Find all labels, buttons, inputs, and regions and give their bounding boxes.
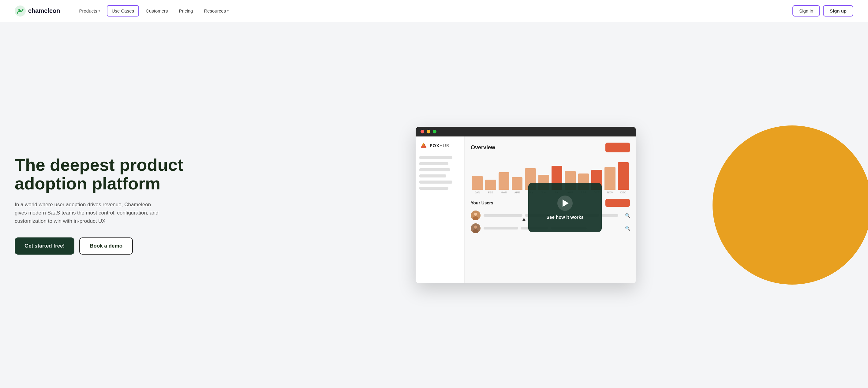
- resources-chevron-icon: ▾: [227, 9, 229, 12]
- nav-actions: Sign in Sign up: [793, 5, 853, 17]
- svg-point-2: [18, 9, 20, 10]
- sidebar-nav-line-2: [419, 162, 448, 165]
- foxhub-logo: FOXHUB: [419, 141, 461, 150]
- browser-minimize-dot: [427, 130, 430, 133]
- svg-point-4: [474, 213, 477, 216]
- video-overlay[interactable]: See how it works: [528, 183, 602, 232]
- user-line-1a: [484, 214, 523, 217]
- hero-buttons: Get started free! Book a demo: [15, 237, 198, 255]
- browser-content: FOXHUB Overview: [416, 136, 636, 283]
- sidebar-nav-line-6: [419, 187, 448, 190]
- user-avatar-1: [471, 211, 480, 220]
- user-line-2a: [484, 227, 518, 229]
- chart-label-apr: APR: [514, 191, 520, 194]
- nav-products[interactable]: Products ▾: [75, 6, 104, 16]
- hero-title: The deepest product adoption platform: [15, 156, 198, 193]
- gold-circle-decoration: [713, 125, 868, 285]
- chart-bar-feb: [485, 180, 496, 190]
- mock-main-area: Overview JANFEBMARAPRMAYJUNJULAUGSEPOCTN…: [465, 136, 636, 283]
- browser-mockup: FOXHUB Overview: [416, 127, 636, 283]
- nav-links: Products ▾ Use Cases Customers Pricing R…: [75, 5, 793, 17]
- chart-bar-apr: [512, 177, 523, 190]
- nav-resources[interactable]: Resources ▾: [199, 6, 233, 16]
- sidebar-nav-line-3: [419, 168, 450, 171]
- chart-label-mar: MAR: [501, 191, 507, 194]
- chart-column-apr: APR: [512, 177, 523, 194]
- user-search-icon-1: 🔍: [625, 213, 630, 218]
- play-button[interactable]: [557, 196, 572, 211]
- chart-bar-mar: [499, 172, 509, 190]
- nav-pricing[interactable]: Pricing: [175, 6, 197, 16]
- hero-section: The deepest product adoption platform In…: [0, 22, 868, 388]
- sidebar-nav-line-1: [419, 156, 452, 159]
- chart-label-nov: NOV: [607, 191, 613, 194]
- hero-right: FOXHUB Overview: [198, 127, 853, 283]
- mock-sidebar: FOXHUB: [416, 136, 465, 283]
- mock-action-button: [606, 142, 630, 152]
- video-label: See how it works: [546, 215, 584, 220]
- chart-bar-dec: [618, 162, 629, 190]
- get-started-button[interactable]: Get started free!: [15, 237, 74, 255]
- chameleon-logo-icon: [15, 5, 26, 17]
- chart-column-dec: DEC: [618, 162, 629, 194]
- hero-left: The deepest product adoption platform In…: [15, 156, 198, 255]
- browser-bar: [416, 127, 636, 136]
- users-title: Your Users: [471, 200, 493, 205]
- signin-button[interactable]: Sign in: [793, 5, 820, 17]
- avatar-1-icon: [471, 211, 480, 220]
- chart-column-jan: JAN: [472, 176, 483, 194]
- user-search-icon-2: 🔍: [625, 226, 630, 231]
- products-chevron-icon: ▾: [98, 9, 100, 12]
- chart-label-feb: FEB: [488, 191, 493, 194]
- svg-point-1: [19, 10, 21, 12]
- nav-use-cases[interactable]: Use Cases: [107, 5, 139, 17]
- chart-bar-jan: [472, 176, 483, 190]
- nav-customers[interactable]: Customers: [142, 6, 172, 16]
- chart-label-dec: DEC: [620, 191, 626, 194]
- user-line-1d: [602, 214, 618, 217]
- chart-label-jan: JAN: [475, 191, 480, 194]
- chart-column-feb: FEB: [485, 180, 496, 194]
- logo-text: chameleon: [28, 7, 60, 14]
- chart-bar-nov: [604, 167, 615, 190]
- foxhub-brand-text: FOXHUB: [430, 143, 449, 148]
- sidebar-nav-line-5: [419, 181, 452, 184]
- chart-column-mar: MAR: [499, 172, 509, 194]
- book-demo-button[interactable]: Book a demo: [79, 237, 133, 255]
- user-avatar-2: [471, 223, 480, 233]
- browser-close-dot: [421, 130, 424, 133]
- navbar: chameleon Products ▾ Use Cases Customers…: [0, 0, 868, 22]
- chart-column-nov: NOV: [604, 167, 615, 194]
- fox-icon: [419, 141, 428, 150]
- svg-point-7: [474, 226, 477, 229]
- sidebar-nav-line-4: [419, 174, 446, 177]
- mock-main-header: Overview: [471, 142, 630, 152]
- overview-title: Overview: [471, 144, 495, 151]
- signup-button[interactable]: Sign up: [823, 5, 853, 17]
- play-triangle-icon: [562, 199, 569, 207]
- browser-maximize-dot: [433, 130, 436, 133]
- logo-link[interactable]: chameleon: [15, 5, 60, 17]
- avatar-2-icon: [471, 223, 480, 233]
- users-action-button: [606, 199, 630, 207]
- hero-subtitle: In a world where user adoption drives re…: [15, 200, 162, 226]
